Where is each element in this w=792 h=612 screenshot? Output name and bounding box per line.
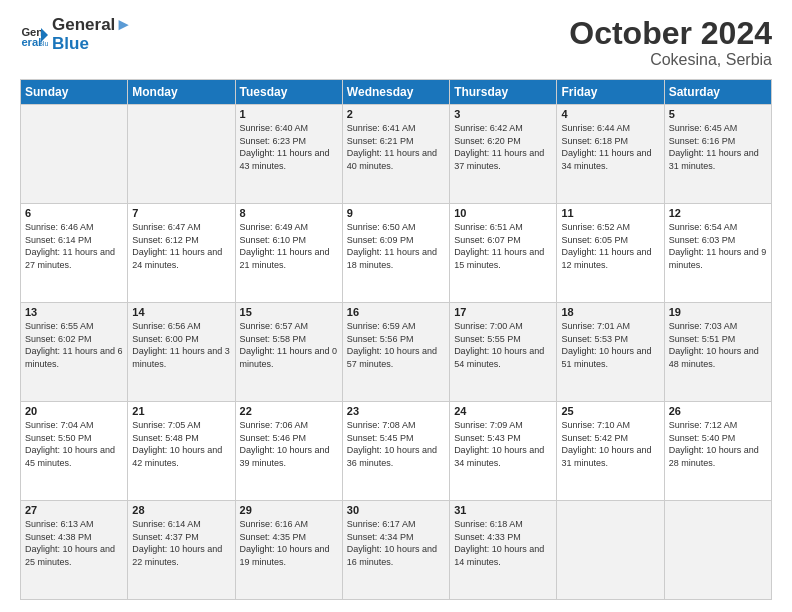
table-row: 8Sunrise: 6:49 AMSunset: 6:10 PMDaylight… <box>235 204 342 303</box>
day-info: Sunrise: 6:56 AMSunset: 6:00 PMDaylight:… <box>132 320 230 370</box>
title-block: October 2024 Cokesina, Serbia <box>569 16 772 69</box>
day-number: 12 <box>669 207 767 219</box>
col-thursday: Thursday <box>450 80 557 105</box>
day-number: 24 <box>454 405 552 417</box>
table-row: 15Sunrise: 6:57 AMSunset: 5:58 PMDayligh… <box>235 303 342 402</box>
day-number: 17 <box>454 306 552 318</box>
day-info: Sunrise: 7:03 AMSunset: 5:51 PMDaylight:… <box>669 320 767 370</box>
day-info: Sunrise: 7:04 AMSunset: 5:50 PMDaylight:… <box>25 419 123 469</box>
day-info: Sunrise: 7:05 AMSunset: 5:48 PMDaylight:… <box>132 419 230 469</box>
day-number: 31 <box>454 504 552 516</box>
day-info: Sunrise: 6:13 AMSunset: 4:38 PMDaylight:… <box>25 518 123 568</box>
day-number: 2 <box>347 108 445 120</box>
table-row: 24Sunrise: 7:09 AMSunset: 5:43 PMDayligh… <box>450 402 557 501</box>
day-number: 19 <box>669 306 767 318</box>
day-number: 26 <box>669 405 767 417</box>
table-row: 30Sunrise: 6:17 AMSunset: 4:34 PMDayligh… <box>342 501 449 600</box>
day-number: 16 <box>347 306 445 318</box>
day-number: 6 <box>25 207 123 219</box>
table-row: 17Sunrise: 7:00 AMSunset: 5:55 PMDayligh… <box>450 303 557 402</box>
table-row: 11Sunrise: 6:52 AMSunset: 6:05 PMDayligh… <box>557 204 664 303</box>
day-info: Sunrise: 7:09 AMSunset: 5:43 PMDaylight:… <box>454 419 552 469</box>
day-number: 29 <box>240 504 338 516</box>
day-info: Sunrise: 7:01 AMSunset: 5:53 PMDaylight:… <box>561 320 659 370</box>
day-info: Sunrise: 7:00 AMSunset: 5:55 PMDaylight:… <box>454 320 552 370</box>
table-row: 5Sunrise: 6:45 AMSunset: 6:16 PMDaylight… <box>664 105 771 204</box>
day-number: 22 <box>240 405 338 417</box>
day-info: Sunrise: 6:47 AMSunset: 6:12 PMDaylight:… <box>132 221 230 271</box>
day-number: 13 <box>25 306 123 318</box>
calendar-week-row: 6Sunrise: 6:46 AMSunset: 6:14 PMDaylight… <box>21 204 772 303</box>
day-number: 14 <box>132 306 230 318</box>
day-info: Sunrise: 6:44 AMSunset: 6:18 PMDaylight:… <box>561 122 659 172</box>
table-row: 6Sunrise: 6:46 AMSunset: 6:14 PMDaylight… <box>21 204 128 303</box>
day-number: 4 <box>561 108 659 120</box>
day-number: 5 <box>669 108 767 120</box>
day-info: Sunrise: 6:54 AMSunset: 6:03 PMDaylight:… <box>669 221 767 271</box>
col-wednesday: Wednesday <box>342 80 449 105</box>
location-title: Cokesina, Serbia <box>569 51 772 69</box>
day-number: 15 <box>240 306 338 318</box>
logo-icon: Gen eral Blue <box>20 21 48 49</box>
calendar-week-row: 20Sunrise: 7:04 AMSunset: 5:50 PMDayligh… <box>21 402 772 501</box>
calendar-week-row: 13Sunrise: 6:55 AMSunset: 6:02 PMDayligh… <box>21 303 772 402</box>
table-row <box>21 105 128 204</box>
table-row <box>128 105 235 204</box>
month-title: October 2024 <box>569 16 772 51</box>
day-info: Sunrise: 7:12 AMSunset: 5:40 PMDaylight:… <box>669 419 767 469</box>
day-number: 21 <box>132 405 230 417</box>
day-number: 3 <box>454 108 552 120</box>
day-number: 7 <box>132 207 230 219</box>
table-row: 25Sunrise: 7:10 AMSunset: 5:42 PMDayligh… <box>557 402 664 501</box>
day-number: 11 <box>561 207 659 219</box>
day-info: Sunrise: 6:49 AMSunset: 6:10 PMDaylight:… <box>240 221 338 271</box>
table-row: 20Sunrise: 7:04 AMSunset: 5:50 PMDayligh… <box>21 402 128 501</box>
day-info: Sunrise: 6:14 AMSunset: 4:37 PMDaylight:… <box>132 518 230 568</box>
table-row: 12Sunrise: 6:54 AMSunset: 6:03 PMDayligh… <box>664 204 771 303</box>
table-row: 22Sunrise: 7:06 AMSunset: 5:46 PMDayligh… <box>235 402 342 501</box>
table-row <box>664 501 771 600</box>
day-info: Sunrise: 6:45 AMSunset: 6:16 PMDaylight:… <box>669 122 767 172</box>
calendar-table: Sunday Monday Tuesday Wednesday Thursday… <box>20 79 772 600</box>
calendar-header-row: Sunday Monday Tuesday Wednesday Thursday… <box>21 80 772 105</box>
col-friday: Friday <box>557 80 664 105</box>
day-number: 28 <box>132 504 230 516</box>
table-row: 18Sunrise: 7:01 AMSunset: 5:53 PMDayligh… <box>557 303 664 402</box>
table-row: 4Sunrise: 6:44 AMSunset: 6:18 PMDaylight… <box>557 105 664 204</box>
day-number: 20 <box>25 405 123 417</box>
col-tuesday: Tuesday <box>235 80 342 105</box>
table-row: 3Sunrise: 6:42 AMSunset: 6:20 PMDaylight… <box>450 105 557 204</box>
table-row: 26Sunrise: 7:12 AMSunset: 5:40 PMDayligh… <box>664 402 771 501</box>
svg-text:Blue: Blue <box>38 40 48 47</box>
table-row: 28Sunrise: 6:14 AMSunset: 4:37 PMDayligh… <box>128 501 235 600</box>
day-info: Sunrise: 6:18 AMSunset: 4:33 PMDaylight:… <box>454 518 552 568</box>
day-info: Sunrise: 7:08 AMSunset: 5:45 PMDaylight:… <box>347 419 445 469</box>
day-info: Sunrise: 6:42 AMSunset: 6:20 PMDaylight:… <box>454 122 552 172</box>
day-info: Sunrise: 6:57 AMSunset: 5:58 PMDaylight:… <box>240 320 338 370</box>
table-row: 27Sunrise: 6:13 AMSunset: 4:38 PMDayligh… <box>21 501 128 600</box>
table-row: 1Sunrise: 6:40 AMSunset: 6:23 PMDaylight… <box>235 105 342 204</box>
day-number: 10 <box>454 207 552 219</box>
table-row: 21Sunrise: 7:05 AMSunset: 5:48 PMDayligh… <box>128 402 235 501</box>
day-number: 9 <box>347 207 445 219</box>
day-number: 27 <box>25 504 123 516</box>
day-info: Sunrise: 6:59 AMSunset: 5:56 PMDaylight:… <box>347 320 445 370</box>
col-monday: Monday <box>128 80 235 105</box>
table-row: 9Sunrise: 6:50 AMSunset: 6:09 PMDaylight… <box>342 204 449 303</box>
day-info: Sunrise: 6:50 AMSunset: 6:09 PMDaylight:… <box>347 221 445 271</box>
page-header: Gen eral Blue General► Blue October 2024… <box>20 16 772 69</box>
table-row: 10Sunrise: 6:51 AMSunset: 6:07 PMDayligh… <box>450 204 557 303</box>
day-info: Sunrise: 7:06 AMSunset: 5:46 PMDaylight:… <box>240 419 338 469</box>
calendar-week-row: 27Sunrise: 6:13 AMSunset: 4:38 PMDayligh… <box>21 501 772 600</box>
day-info: Sunrise: 6:55 AMSunset: 6:02 PMDaylight:… <box>25 320 123 370</box>
day-info: Sunrise: 7:10 AMSunset: 5:42 PMDaylight:… <box>561 419 659 469</box>
table-row: 31Sunrise: 6:18 AMSunset: 4:33 PMDayligh… <box>450 501 557 600</box>
day-info: Sunrise: 6:17 AMSunset: 4:34 PMDaylight:… <box>347 518 445 568</box>
table-row <box>557 501 664 600</box>
day-info: Sunrise: 6:40 AMSunset: 6:23 PMDaylight:… <box>240 122 338 172</box>
calendar-week-row: 1Sunrise: 6:40 AMSunset: 6:23 PMDaylight… <box>21 105 772 204</box>
table-row: 14Sunrise: 6:56 AMSunset: 6:00 PMDayligh… <box>128 303 235 402</box>
day-info: Sunrise: 6:16 AMSunset: 4:35 PMDaylight:… <box>240 518 338 568</box>
table-row: 13Sunrise: 6:55 AMSunset: 6:02 PMDayligh… <box>21 303 128 402</box>
table-row: 16Sunrise: 6:59 AMSunset: 5:56 PMDayligh… <box>342 303 449 402</box>
